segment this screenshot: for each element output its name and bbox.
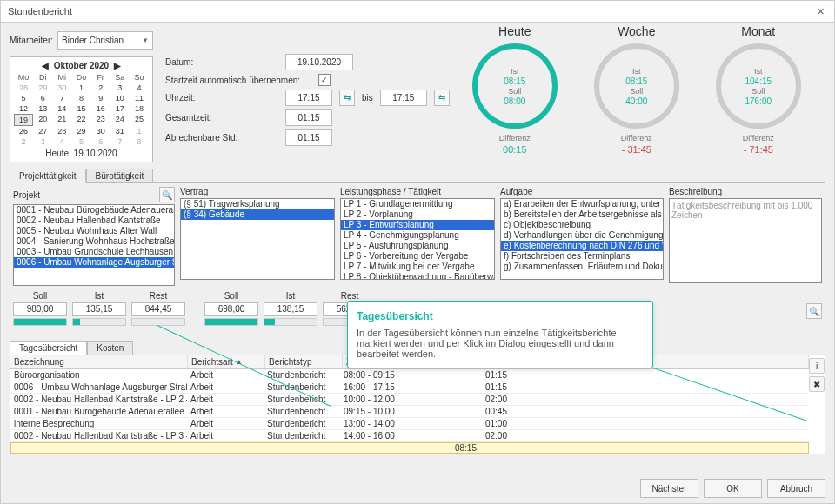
billable-value[interactable]: 01:15 bbox=[285, 129, 332, 146]
calendar-day[interactable]: 11 bbox=[130, 93, 149, 103]
time-to-input[interactable]: 17:15 bbox=[380, 90, 427, 106]
calendar-today-label[interactable]: Heute: 19.10.2020 bbox=[14, 149, 149, 158]
aufgabe-list[interactable]: a) Erarbeiten der Entwurfsplanung, unter… bbox=[500, 198, 664, 280]
delete-row-icon[interactable]: ✖ bbox=[809, 376, 825, 392]
calendar-day[interactable]: 27 bbox=[33, 126, 52, 136]
date-input[interactable]: 19.10.2020 bbox=[285, 54, 353, 70]
calendar-day[interactable]: 6 bbox=[33, 93, 52, 103]
calendar-day[interactable]: 21 bbox=[52, 114, 71, 126]
calendar-day[interactable]: 16 bbox=[91, 103, 110, 114]
calendar-day[interactable]: 19 bbox=[14, 114, 33, 126]
calendar-day[interactable]: 5 bbox=[14, 93, 33, 103]
calendar-day[interactable]: 30 bbox=[91, 126, 110, 136]
calendar-day[interactable]: 7 bbox=[52, 93, 71, 103]
info-icon[interactable]: i bbox=[809, 358, 825, 374]
calendar-day[interactable]: 29 bbox=[71, 126, 90, 136]
list-item[interactable]: 0005 - Neubau Wohnhaus Alter Wall bbox=[14, 226, 174, 236]
calendar-day[interactable]: 2 bbox=[14, 136, 33, 147]
tab-costs[interactable]: Kosten bbox=[87, 341, 133, 355]
search-aufgabe-icon[interactable]: 🔍 bbox=[806, 303, 822, 319]
calendar-day[interactable]: 1 bbox=[130, 126, 149, 136]
calendar-day[interactable]: 30 bbox=[52, 83, 71, 93]
cancel-button[interactable]: Abbruch bbox=[767, 479, 825, 498]
calendar-day[interactable]: 5 bbox=[71, 136, 90, 147]
list-item[interactable]: LP 6 - Vorbereitung der Vergabe bbox=[341, 251, 494, 262]
table-row[interactable]: 0001 - Neubau Bürogebäude Adenauerallee … bbox=[10, 406, 809, 418]
tab-daily-overview[interactable]: Tagesübersicht bbox=[10, 341, 87, 355]
employee-select[interactable]: Binder Christian ▼ bbox=[57, 31, 153, 50]
calendar-day[interactable]: 15 bbox=[71, 103, 90, 114]
projekt-list[interactable]: 0001 - Neubau Bürogebäude Adenauerallee0… bbox=[13, 204, 175, 286]
calendar-day[interactable]: 8 bbox=[71, 93, 90, 103]
auto-start-checkbox[interactable]: ✓ bbox=[318, 74, 331, 86]
calendar-day[interactable]: 10 bbox=[110, 93, 130, 103]
calendar-day[interactable]: 12 bbox=[14, 103, 33, 114]
calendar-day[interactable]: 26 bbox=[14, 126, 33, 136]
list-item[interactable]: 0002 - Neubau Hallenbad Kantstraße bbox=[14, 216, 174, 226]
calendar-day[interactable]: 14 bbox=[52, 103, 71, 114]
calendar-day[interactable]: 7 bbox=[110, 136, 130, 147]
ok-button[interactable]: OK bbox=[704, 479, 762, 498]
list-item[interactable]: 0006 - Umbau Wohnanlage Augsburger Str bbox=[14, 257, 174, 268]
dayhead-berichtstyp[interactable]: Berichtstyp bbox=[265, 355, 343, 368]
time-from-input[interactable]: 17:15 bbox=[285, 90, 332, 106]
leistung-list[interactable]: LP 1 - GrundlagenermittlungLP 2 - Vorpla… bbox=[340, 198, 495, 280]
search-projekt-icon[interactable]: 🔍 bbox=[159, 187, 175, 202]
list-item[interactable]: LP 5 - Ausführungsplanung bbox=[341, 241, 494, 251]
calendar-day[interactable]: 20 bbox=[33, 114, 52, 126]
list-item[interactable]: d) Verhandlungen über die Genehmigungsf bbox=[501, 230, 663, 241]
list-item[interactable]: LP 3 - Entwurfsplanung bbox=[341, 220, 494, 230]
vertrag-list[interactable]: (§ 51) Tragwerksplanung(§ 34) Gebäude bbox=[180, 198, 335, 280]
list-item[interactable]: e) Kostenberechnung nach DIN 276 und V bbox=[501, 241, 663, 251]
calendar-next-icon[interactable]: ▶ bbox=[114, 61, 121, 70]
calendar-day[interactable]: 17 bbox=[110, 103, 130, 114]
list-item[interactable]: c) Objektbeschreibung bbox=[501, 220, 663, 230]
calendar-day[interactable]: 4 bbox=[130, 83, 149, 93]
list-item[interactable]: 0004 - Sanierung Wohnhaus Hochstraße bbox=[14, 236, 174, 247]
calendar[interactable]: ◀ Oktober 2020 ▶ MoDiMiDoFrSaSo282930123… bbox=[10, 56, 153, 162]
list-item[interactable]: LP 8 - Objektüberwachung - Bauüberwach bbox=[341, 272, 494, 280]
calendar-day[interactable]: 31 bbox=[110, 126, 130, 136]
list-item[interactable]: LP 4 - Genehmigungsplanung bbox=[341, 230, 494, 241]
list-item[interactable]: f) Fortschreiben des Terminplans bbox=[501, 251, 663, 262]
calendar-day[interactable]: 18 bbox=[130, 103, 149, 114]
calendar-day[interactable]: 24 bbox=[110, 114, 130, 126]
calendar-day[interactable]: 9 bbox=[91, 93, 110, 103]
next-button[interactable]: Nächster bbox=[640, 479, 698, 498]
description-textarea[interactable]: Tätigkeitsbeschreibung mit bis 1.000 Zei… bbox=[669, 198, 822, 283]
list-item[interactable]: LP 1 - Grundlagenermittlung bbox=[341, 199, 494, 209]
dayhead-bezeichnung[interactable]: Bezeichnung bbox=[10, 355, 188, 368]
table-row[interactable]: 0002 - Neubau Hallenbad Kantstraße - LP … bbox=[10, 394, 809, 406]
calendar-day[interactable]: 28 bbox=[52, 126, 71, 136]
calendar-day[interactable]: 2 bbox=[91, 83, 110, 93]
calendar-day[interactable]: 23 bbox=[91, 114, 110, 126]
table-row[interactable]: interne BesprechungArbeitStundenbericht1… bbox=[10, 418, 809, 430]
table-row[interactable]: 0006 - Umbau Wohnanlage Augsburger Straß… bbox=[10, 381, 809, 394]
refresh-from-icon[interactable]: ⇆ bbox=[339, 90, 355, 106]
list-item[interactable]: 0003 - Umbau Grundschule Lechhausen bbox=[14, 247, 174, 257]
calendar-day[interactable]: 1 bbox=[71, 83, 90, 93]
list-item[interactable]: LP 7 - Mitwirkung bei der Vergabe bbox=[341, 262, 494, 272]
calendar-day[interactable]: 28 bbox=[14, 83, 33, 93]
calendar-day[interactable]: 3 bbox=[110, 83, 130, 93]
calendar-day[interactable]: 25 bbox=[130, 114, 149, 126]
calendar-day[interactable]: 13 bbox=[33, 103, 52, 114]
list-item[interactable]: (§ 34) Gebäude bbox=[181, 209, 334, 220]
list-item[interactable]: a) Erarbeiten der Entwurfsplanung, unter… bbox=[501, 199, 663, 209]
close-icon[interactable]: ✕ bbox=[813, 4, 827, 18]
tab-project-activity[interactable]: Projekttätigkeit bbox=[10, 169, 86, 183]
calendar-day[interactable]: 29 bbox=[33, 83, 52, 93]
list-item[interactable]: 0001 - Neubau Bürogebäude Adenauerallee bbox=[14, 205, 174, 216]
list-item[interactable]: g) Zusammenfassen, Erläutern und Dokum bbox=[501, 262, 663, 272]
refresh-to-icon[interactable]: ⇆ bbox=[434, 90, 450, 106]
list-item[interactable]: b) Bereitstellen der Arbeitsergebnisse a… bbox=[501, 209, 663, 220]
list-item[interactable]: LP 2 - Vorplanung bbox=[341, 209, 494, 220]
calendar-day[interactable]: 6 bbox=[91, 136, 110, 147]
list-item[interactable]: (§ 51) Tragwerksplanung bbox=[181, 199, 334, 209]
tab-office-activity[interactable]: Bürotätigkeit bbox=[86, 169, 154, 183]
calendar-prev-icon[interactable]: ◀ bbox=[42, 61, 49, 70]
calendar-day[interactable]: 4 bbox=[52, 136, 71, 147]
calendar-day[interactable]: 3 bbox=[33, 136, 52, 147]
calendar-day[interactable]: 22 bbox=[71, 114, 90, 126]
table-row[interactable]: 0002 - Neubau Hallenbad Kantstraße - LP … bbox=[10, 430, 809, 442]
